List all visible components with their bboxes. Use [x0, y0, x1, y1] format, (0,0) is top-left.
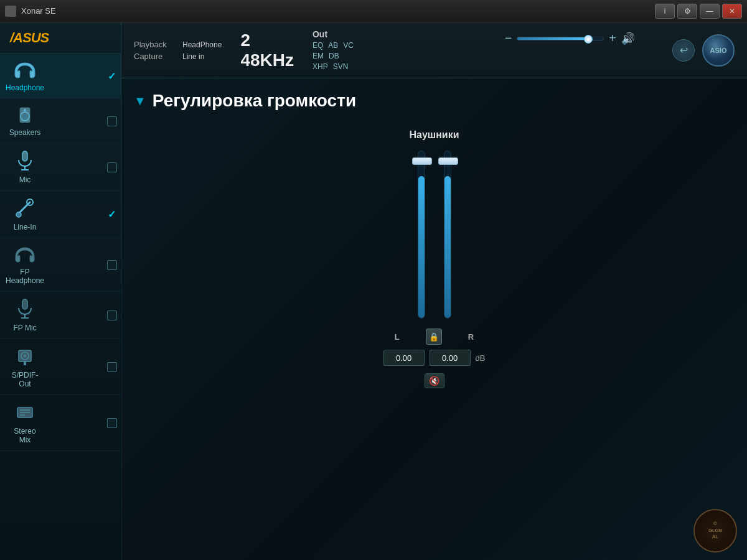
frequency-value: 48KHz	[240, 50, 294, 70]
mic-icon	[12, 150, 37, 172]
frequency-display: 2 48KHz	[240, 30, 294, 70]
vol-plus-icon[interactable]: +	[609, 31, 616, 45]
lr-lock-row: L 🔒 R	[395, 329, 474, 345]
spdif-icon	[12, 345, 37, 368]
top-bar-right: ↩ ASIO	[672, 34, 735, 67]
asus-logo: /ASUS	[10, 30, 49, 46]
fp-mic-checkbox[interactable]	[107, 310, 117, 320]
out-tags-row1: EQ AB VC	[312, 41, 354, 50]
playback-row: Playback HeadPhone	[134, 40, 222, 49]
mute-button[interactable]: 🔇	[425, 373, 444, 388]
speakers-icon	[12, 105, 37, 125]
speakers-icon-area: Speakers	[10, 105, 40, 137]
stereo-mix-icon-area: Stereo Mix	[10, 401, 40, 444]
mute-icon: 🔇	[429, 376, 439, 386]
sliders-area: Наушники	[134, 129, 735, 388]
out-tag-eq: EQ	[312, 41, 323, 50]
fp-headphone-icon	[12, 245, 37, 264]
volume-slider-fill	[517, 37, 586, 40]
speakers-checkbox[interactable]	[107, 116, 117, 126]
sidebar-item-stereo-mix[interactable]: Stereo Mix	[0, 395, 121, 451]
sidebar-item-fp-mic-label: FP Mic	[13, 324, 36, 332]
right-slider-track[interactable]	[444, 151, 451, 319]
capture-label: Capture	[134, 52, 177, 61]
vol-minus-icon[interactable]: −	[505, 31, 512, 45]
volume-control: − + 🔊	[505, 31, 635, 45]
volume-slider-thumb[interactable]	[584, 35, 593, 44]
svg-point-15	[24, 355, 26, 357]
watermark-text: © GLOB AL	[708, 521, 722, 540]
db-unit-label: dB	[476, 353, 486, 363]
headphone-icon	[12, 60, 37, 80]
fp-headphone-checkbox[interactable]	[107, 260, 117, 270]
fp-headphone-icon-area: FP Headphone	[10, 245, 40, 285]
line-in-check: ✓	[108, 208, 116, 220]
content-area: Playback HeadPhone Capture Line in 2 48K…	[121, 22, 747, 560]
sidebar-item-line-in[interactable]: Line-In ✓	[0, 191, 121, 238]
sidebar-item-mic-label: Mic	[19, 175, 31, 184]
minimize-button[interactable]: —	[700, 4, 720, 19]
sidebar-item-fp-headphone[interactable]: FP Headphone	[0, 238, 121, 292]
sidebar-item-fp-headphone-label: FP Headphone	[6, 268, 44, 285]
left-slider-col	[418, 151, 425, 319]
sidebar-item-line-in-label: Line-In	[14, 223, 37, 231]
mic-checkbox[interactable]	[107, 162, 117, 172]
sidebar-item-stereo-mix-label: Stereo Mix	[10, 427, 40, 444]
watermark: © GLOB AL	[693, 509, 737, 553]
sidebar-item-spdif-label: S/PDIF-Out	[10, 371, 40, 388]
out-tag-xhp: XHP	[312, 62, 328, 71]
left-slider-thumb[interactable]	[412, 157, 432, 165]
stereo-mix-checkbox[interactable]	[107, 418, 117, 428]
headphone-check: ✓	[108, 70, 116, 82]
section-arrow-icon: ▼	[134, 94, 146, 108]
sidebar-item-speakers[interactable]: Speakers	[0, 99, 121, 144]
svg-rect-10	[22, 299, 27, 309]
lock-button[interactable]: 🔒	[426, 329, 442, 345]
capture-value: Line in	[182, 52, 204, 61]
out-tags-row2: EM DB	[312, 52, 354, 60]
right-db-input[interactable]: 0.00	[430, 350, 471, 366]
asio-button[interactable]: ASIO	[702, 34, 735, 67]
refresh-button[interactable]: ↩	[672, 39, 695, 62]
vol-speaker-icon[interactable]: 🔊	[621, 32, 635, 45]
sidebar-item-headphone[interactable]: Headphone ✓	[0, 54, 121, 99]
top-bar: Playback HeadPhone Capture Line in 2 48K…	[121, 22, 747, 78]
mic-icon-area: Mic	[10, 150, 40, 184]
out-section: Out EQ AB VC EM DB XHP SVN	[312, 29, 354, 71]
channel-label: Наушники	[409, 129, 459, 141]
headphone-icon-area: Headphone	[10, 60, 40, 92]
sliders-container	[418, 151, 451, 319]
right-slider-thumb[interactable]	[438, 157, 458, 165]
sidebar-logo-area: /ASUS	[0, 22, 121, 54]
sidebar-item-fp-mic[interactable]: FP Mic	[0, 292, 121, 339]
app-title: Xonar SE	[21, 6, 56, 16]
left-db-input[interactable]: 0.00	[383, 350, 425, 366]
line-in-icon	[12, 197, 37, 220]
volume-slider-track[interactable]	[517, 37, 604, 40]
title-bar: Xonar SE i ⚙ — ✕	[0, 0, 747, 22]
channel-count: 2	[240, 30, 250, 50]
title-bar-left: Xonar SE	[5, 6, 56, 17]
settings-button[interactable]: ⚙	[677, 4, 697, 19]
out-label: Out	[312, 29, 354, 39]
playback-value: HeadPhone	[182, 40, 222, 49]
out-tag-ab: AB	[328, 41, 338, 50]
line-in-icon-area: Line-In	[10, 197, 40, 231]
app-icon	[5, 6, 16, 17]
info-button[interactable]: i	[655, 4, 675, 19]
svg-rect-16	[24, 362, 26, 365]
lock-icon: 🔒	[429, 332, 439, 342]
playback-label: Playback	[134, 40, 177, 49]
left-channel-label: L	[395, 332, 400, 342]
sidebar-item-mic[interactable]: Mic	[0, 144, 121, 191]
spdif-checkbox[interactable]	[107, 362, 117, 372]
svg-point-2	[23, 114, 27, 118]
section-header: ▼ Регулировка громкости	[134, 91, 735, 111]
close-button[interactable]: ✕	[722, 4, 742, 19]
sidebar-item-spdif[interactable]: S/PDIF-Out	[0, 339, 121, 395]
sidebar-item-speakers-label: Speakers	[9, 128, 41, 137]
left-slider-track[interactable]	[418, 151, 425, 319]
asio-label: ASIO	[710, 47, 727, 54]
device-info: Playback HeadPhone Capture Line in	[134, 40, 222, 61]
fp-mic-icon-area: FP Mic	[10, 298, 40, 332]
